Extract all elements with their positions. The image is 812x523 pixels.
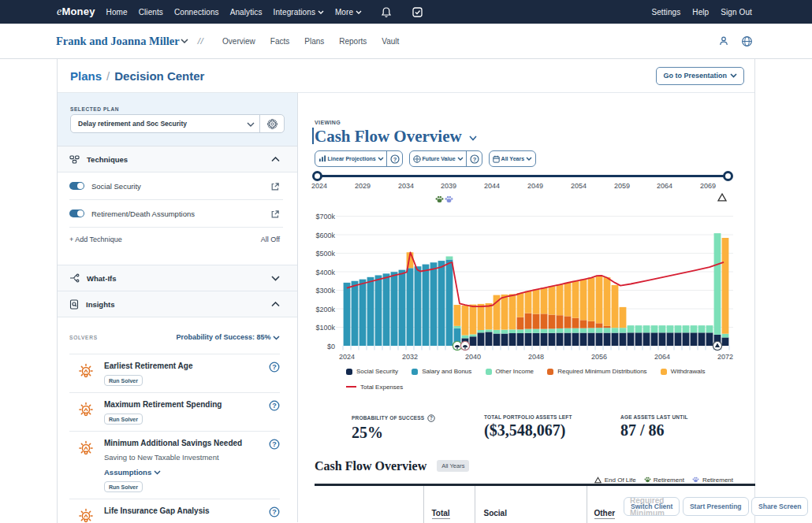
svg-text:$600k: $600k bbox=[315, 232, 335, 239]
svg-text:$400k: $400k bbox=[315, 269, 335, 276]
svg-text:$100k: $100k bbox=[315, 324, 335, 332]
svg-text:?: ? bbox=[472, 155, 476, 162]
svg-text:?: ? bbox=[272, 440, 277, 448]
svg-text:$200k: $200k bbox=[315, 306, 335, 313]
svg-text:?: ? bbox=[430, 415, 433, 421]
svg-text:2072: 2072 bbox=[717, 353, 733, 361]
svg-text:$300k: $300k bbox=[315, 287, 335, 295]
svg-text:2056: 2056 bbox=[591, 353, 607, 361]
svg-text:2064: 2064 bbox=[654, 353, 670, 361]
svg-text:$0: $0 bbox=[327, 343, 335, 351]
svg-text:$700k: $700k bbox=[315, 213, 335, 221]
svg-text:?: ? bbox=[393, 155, 397, 162]
svg-text:2024: 2024 bbox=[339, 353, 355, 361]
svg-text:$500k: $500k bbox=[315, 250, 335, 258]
svg-text:2032: 2032 bbox=[402, 353, 418, 361]
svg-text:2048: 2048 bbox=[528, 353, 544, 361]
svg-text:2040: 2040 bbox=[465, 353, 481, 361]
svg-text:?: ? bbox=[272, 363, 277, 371]
svg-text:?: ? bbox=[272, 508, 277, 516]
svg-text:?: ? bbox=[272, 402, 277, 410]
